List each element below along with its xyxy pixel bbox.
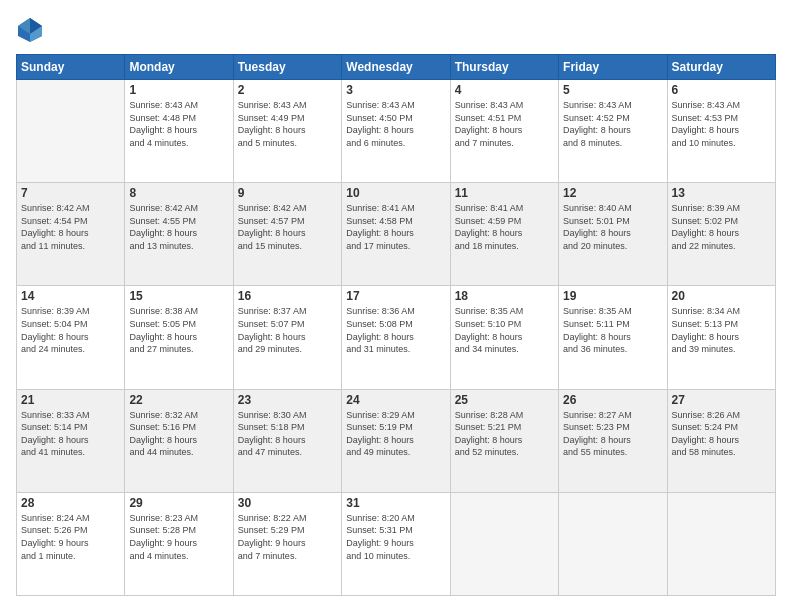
day-number: 5: [563, 83, 662, 97]
day-info: Sunrise: 8:28 AM Sunset: 5:21 PM Dayligh…: [455, 409, 554, 459]
calendar-cell: [667, 492, 775, 595]
calendar-cell: 1Sunrise: 8:43 AM Sunset: 4:48 PM Daylig…: [125, 80, 233, 183]
calendar-cell: 31Sunrise: 8:20 AM Sunset: 5:31 PM Dayli…: [342, 492, 450, 595]
day-info: Sunrise: 8:33 AM Sunset: 5:14 PM Dayligh…: [21, 409, 120, 459]
calendar-week-row: 14Sunrise: 8:39 AM Sunset: 5:04 PM Dayli…: [17, 286, 776, 389]
day-info: Sunrise: 8:27 AM Sunset: 5:23 PM Dayligh…: [563, 409, 662, 459]
day-info: Sunrise: 8:32 AM Sunset: 5:16 PM Dayligh…: [129, 409, 228, 459]
calendar-cell: 29Sunrise: 8:23 AM Sunset: 5:28 PM Dayli…: [125, 492, 233, 595]
day-number: 1: [129, 83, 228, 97]
calendar-cell: 6Sunrise: 8:43 AM Sunset: 4:53 PM Daylig…: [667, 80, 775, 183]
calendar-cell: [559, 492, 667, 595]
day-info: Sunrise: 8:34 AM Sunset: 5:13 PM Dayligh…: [672, 305, 771, 355]
calendar-cell: 19Sunrise: 8:35 AM Sunset: 5:11 PM Dayli…: [559, 286, 667, 389]
day-number: 24: [346, 393, 445, 407]
day-info: Sunrise: 8:43 AM Sunset: 4:51 PM Dayligh…: [455, 99, 554, 149]
day-info: Sunrise: 8:30 AM Sunset: 5:18 PM Dayligh…: [238, 409, 337, 459]
calendar-cell: [17, 80, 125, 183]
calendar-cell: 12Sunrise: 8:40 AM Sunset: 5:01 PM Dayli…: [559, 183, 667, 286]
day-number: 11: [455, 186, 554, 200]
day-number: 21: [21, 393, 120, 407]
calendar-cell: 22Sunrise: 8:32 AM Sunset: 5:16 PM Dayli…: [125, 389, 233, 492]
day-info: Sunrise: 8:40 AM Sunset: 5:01 PM Dayligh…: [563, 202, 662, 252]
calendar-cell: 8Sunrise: 8:42 AM Sunset: 4:55 PM Daylig…: [125, 183, 233, 286]
day-number: 13: [672, 186, 771, 200]
logo-icon: [16, 16, 44, 44]
calendar-cell: 28Sunrise: 8:24 AM Sunset: 5:26 PM Dayli…: [17, 492, 125, 595]
day-info: Sunrise: 8:26 AM Sunset: 5:24 PM Dayligh…: [672, 409, 771, 459]
day-info: Sunrise: 8:41 AM Sunset: 4:58 PM Dayligh…: [346, 202, 445, 252]
day-number: 7: [21, 186, 120, 200]
calendar-week-row: 21Sunrise: 8:33 AM Sunset: 5:14 PM Dayli…: [17, 389, 776, 492]
calendar-cell: 25Sunrise: 8:28 AM Sunset: 5:21 PM Dayli…: [450, 389, 558, 492]
calendar-week-row: 1Sunrise: 8:43 AM Sunset: 4:48 PM Daylig…: [17, 80, 776, 183]
calendar-header-row: SundayMondayTuesdayWednesdayThursdayFrid…: [17, 55, 776, 80]
calendar-cell: 20Sunrise: 8:34 AM Sunset: 5:13 PM Dayli…: [667, 286, 775, 389]
day-info: Sunrise: 8:23 AM Sunset: 5:28 PM Dayligh…: [129, 512, 228, 562]
day-info: Sunrise: 8:42 AM Sunset: 4:54 PM Dayligh…: [21, 202, 120, 252]
calendar-cell: 4Sunrise: 8:43 AM Sunset: 4:51 PM Daylig…: [450, 80, 558, 183]
day-number: 3: [346, 83, 445, 97]
calendar-cell: 17Sunrise: 8:36 AM Sunset: 5:08 PM Dayli…: [342, 286, 450, 389]
logo: [16, 16, 48, 44]
calendar-cell: 30Sunrise: 8:22 AM Sunset: 5:29 PM Dayli…: [233, 492, 341, 595]
calendar-cell: 10Sunrise: 8:41 AM Sunset: 4:58 PM Dayli…: [342, 183, 450, 286]
calendar-cell: 5Sunrise: 8:43 AM Sunset: 4:52 PM Daylig…: [559, 80, 667, 183]
column-header-friday: Friday: [559, 55, 667, 80]
column-header-wednesday: Wednesday: [342, 55, 450, 80]
calendar-cell: 24Sunrise: 8:29 AM Sunset: 5:19 PM Dayli…: [342, 389, 450, 492]
day-number: 29: [129, 496, 228, 510]
day-number: 28: [21, 496, 120, 510]
day-number: 8: [129, 186, 228, 200]
day-number: 19: [563, 289, 662, 303]
column-header-tuesday: Tuesday: [233, 55, 341, 80]
day-info: Sunrise: 8:43 AM Sunset: 4:48 PM Dayligh…: [129, 99, 228, 149]
day-number: 2: [238, 83, 337, 97]
day-number: 20: [672, 289, 771, 303]
calendar-cell: 11Sunrise: 8:41 AM Sunset: 4:59 PM Dayli…: [450, 183, 558, 286]
day-number: 9: [238, 186, 337, 200]
calendar-cell: 15Sunrise: 8:38 AM Sunset: 5:05 PM Dayli…: [125, 286, 233, 389]
calendar-cell: 21Sunrise: 8:33 AM Sunset: 5:14 PM Dayli…: [17, 389, 125, 492]
day-info: Sunrise: 8:43 AM Sunset: 4:49 PM Dayligh…: [238, 99, 337, 149]
day-number: 26: [563, 393, 662, 407]
day-info: Sunrise: 8:37 AM Sunset: 5:07 PM Dayligh…: [238, 305, 337, 355]
column-header-sunday: Sunday: [17, 55, 125, 80]
day-info: Sunrise: 8:42 AM Sunset: 4:57 PM Dayligh…: [238, 202, 337, 252]
day-info: Sunrise: 8:20 AM Sunset: 5:31 PM Dayligh…: [346, 512, 445, 562]
header: [16, 16, 776, 44]
calendar-cell: 26Sunrise: 8:27 AM Sunset: 5:23 PM Dayli…: [559, 389, 667, 492]
day-number: 6: [672, 83, 771, 97]
calendar-cell: 18Sunrise: 8:35 AM Sunset: 5:10 PM Dayli…: [450, 286, 558, 389]
calendar-cell: 2Sunrise: 8:43 AM Sunset: 4:49 PM Daylig…: [233, 80, 341, 183]
day-number: 17: [346, 289, 445, 303]
calendar-week-row: 28Sunrise: 8:24 AM Sunset: 5:26 PM Dayli…: [17, 492, 776, 595]
day-info: Sunrise: 8:22 AM Sunset: 5:29 PM Dayligh…: [238, 512, 337, 562]
day-info: Sunrise: 8:38 AM Sunset: 5:05 PM Dayligh…: [129, 305, 228, 355]
day-info: Sunrise: 8:29 AM Sunset: 5:19 PM Dayligh…: [346, 409, 445, 459]
page: SundayMondayTuesdayWednesdayThursdayFrid…: [0, 0, 792, 612]
calendar-cell: 14Sunrise: 8:39 AM Sunset: 5:04 PM Dayli…: [17, 286, 125, 389]
day-number: 4: [455, 83, 554, 97]
calendar-cell: 27Sunrise: 8:26 AM Sunset: 5:24 PM Dayli…: [667, 389, 775, 492]
day-info: Sunrise: 8:43 AM Sunset: 4:52 PM Dayligh…: [563, 99, 662, 149]
calendar-cell: 3Sunrise: 8:43 AM Sunset: 4:50 PM Daylig…: [342, 80, 450, 183]
day-number: 22: [129, 393, 228, 407]
day-info: Sunrise: 8:43 AM Sunset: 4:50 PM Dayligh…: [346, 99, 445, 149]
column-header-monday: Monday: [125, 55, 233, 80]
day-number: 12: [563, 186, 662, 200]
day-info: Sunrise: 8:42 AM Sunset: 4:55 PM Dayligh…: [129, 202, 228, 252]
day-info: Sunrise: 8:41 AM Sunset: 4:59 PM Dayligh…: [455, 202, 554, 252]
day-info: Sunrise: 8:36 AM Sunset: 5:08 PM Dayligh…: [346, 305, 445, 355]
column-header-thursday: Thursday: [450, 55, 558, 80]
day-number: 16: [238, 289, 337, 303]
calendar-week-row: 7Sunrise: 8:42 AM Sunset: 4:54 PM Daylig…: [17, 183, 776, 286]
day-number: 15: [129, 289, 228, 303]
calendar-cell: [450, 492, 558, 595]
day-number: 31: [346, 496, 445, 510]
calendar-cell: 16Sunrise: 8:37 AM Sunset: 5:07 PM Dayli…: [233, 286, 341, 389]
day-number: 14: [21, 289, 120, 303]
day-info: Sunrise: 8:35 AM Sunset: 5:11 PM Dayligh…: [563, 305, 662, 355]
day-number: 27: [672, 393, 771, 407]
day-number: 23: [238, 393, 337, 407]
